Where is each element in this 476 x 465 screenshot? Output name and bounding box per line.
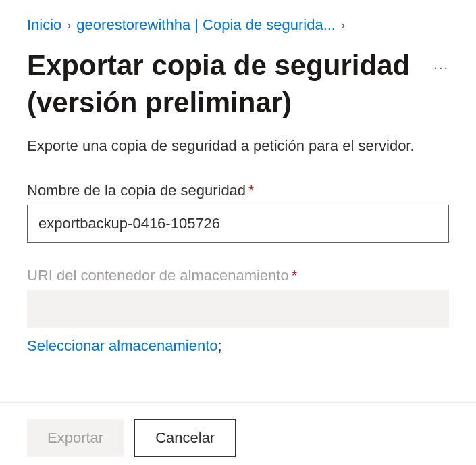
- required-asterisk: *: [292, 267, 298, 284]
- backup-name-input[interactable]: [27, 205, 449, 243]
- backup-name-label: Nombre de la copia de seguridad*: [27, 182, 449, 199]
- breadcrumb: Inicio › georestorewithha | Copia de seg…: [27, 16, 449, 34]
- chevron-right-icon: ›: [67, 18, 71, 32]
- required-asterisk: *: [248, 182, 255, 199]
- storage-uri-input: [27, 290, 449, 328]
- page-title: Exportar copia de seguridad (versión pre…: [27, 47, 423, 121]
- chevron-right-icon: ›: [341, 18, 345, 32]
- breadcrumb-home[interactable]: Inicio: [27, 16, 61, 34]
- storage-uri-label: URI del contenedor de almacenamiento*: [27, 267, 449, 285]
- cancel-button[interactable]: Cancelar: [134, 419, 236, 457]
- more-icon[interactable]: ···: [433, 47, 449, 75]
- link-suffix: ;: [218, 337, 222, 354]
- breadcrumb-second[interactable]: georestorewithha | Copia de segurida...: [76, 16, 336, 34]
- select-storage-link[interactable]: Seleccionar almacenamiento: [27, 337, 218, 354]
- page-description: Exporte una copia de seguridad a petició…: [27, 137, 449, 155]
- export-button[interactable]: Exportar: [27, 419, 124, 457]
- footer-actions: Exportar Cancelar: [0, 402, 476, 465]
